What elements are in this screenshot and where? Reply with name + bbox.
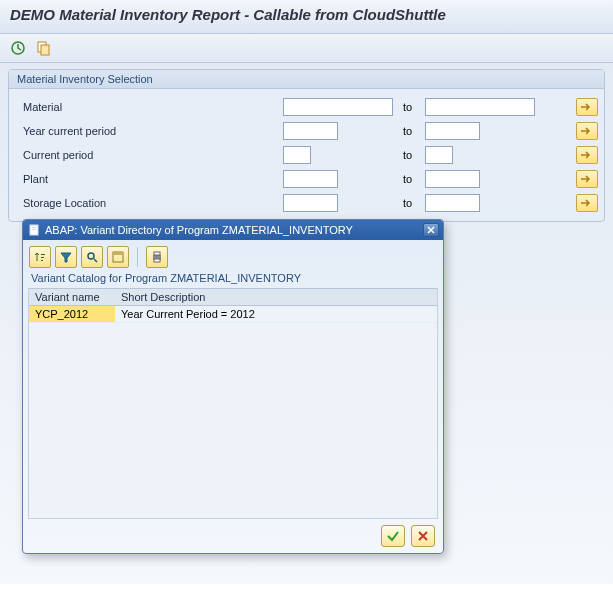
svg-rect-14 <box>154 259 160 262</box>
from-input[interactable] <box>283 146 311 164</box>
svg-rect-5 <box>32 229 36 230</box>
to-label: to <box>397 197 425 209</box>
cell-short-desc[interactable]: Year Current Period = 2012 <box>115 306 437 323</box>
multiple-selection-button[interactable] <box>576 98 598 116</box>
selection-row: Plantto <box>15 167 598 191</box>
find-button[interactable] <box>81 246 103 268</box>
to-input[interactable] <box>425 98 535 116</box>
col-short-desc[interactable]: Short Description <box>115 289 437 306</box>
col-variant-name[interactable]: Variant name <box>29 289 115 306</box>
multiple-selection-button[interactable] <box>576 122 598 140</box>
svg-rect-11 <box>113 252 123 255</box>
page-title: DEMO Material Inventory Report - Callabl… <box>10 6 446 23</box>
to-label: to <box>397 125 425 137</box>
field-label: Year current period <box>15 125 283 137</box>
variant-table[interactable]: Variant name Short Description YCP_2012Y… <box>29 288 437 323</box>
toolbar-separator <box>137 247 138 267</box>
from-input[interactable] <box>283 122 338 140</box>
dialog-heading: Variant Catalog for Program ZMATERIAL_IN… <box>23 272 443 288</box>
to-input[interactable] <box>425 146 453 164</box>
multiple-selection-button[interactable] <box>576 170 598 188</box>
to-input[interactable] <box>425 194 480 212</box>
title-bar: DEMO Material Inventory Report - Callabl… <box>0 0 613 34</box>
dialog-close-button[interactable] <box>423 223 439 237</box>
to-input[interactable] <box>425 170 480 188</box>
execute-button[interactable] <box>8 38 28 58</box>
svg-rect-8 <box>41 260 43 261</box>
dialog-title: ABAP: Variant Directory of Program ZMATE… <box>45 224 353 236</box>
filter-button[interactable] <box>55 246 77 268</box>
dialog-footer <box>23 519 443 553</box>
app-toolbar <box>0 34 613 63</box>
selection-group-title: Material Inventory Selection <box>9 70 604 89</box>
to-label: to <box>397 101 425 113</box>
field-label: Current period <box>15 149 283 161</box>
from-input[interactable] <box>283 194 338 212</box>
selection-row: Storage Locationto <box>15 191 598 215</box>
to-label: to <box>397 149 425 161</box>
svg-rect-13 <box>154 252 160 255</box>
from-input[interactable] <box>283 170 338 188</box>
svg-rect-2 <box>41 45 49 55</box>
dialog-body: Variant name Short Description YCP_2012Y… <box>28 288 438 519</box>
svg-rect-6 <box>41 254 45 255</box>
document-icon <box>29 224 41 236</box>
cell-variant-name[interactable]: YCP_2012 <box>29 306 115 323</box>
variant-dialog: ABAP: Variant Directory of Program ZMATE… <box>22 219 444 554</box>
dialog-toolbar <box>23 240 443 272</box>
field-label: Plant <box>15 173 283 185</box>
variants-button[interactable] <box>34 38 54 58</box>
cancel-button[interactable] <box>411 525 435 547</box>
to-label: to <box>397 173 425 185</box>
selection-row: Current periodto <box>15 143 598 167</box>
sort-button[interactable] <box>29 246 51 268</box>
svg-rect-4 <box>32 227 36 228</box>
layout-button[interactable] <box>107 246 129 268</box>
multiple-selection-button[interactable] <box>576 146 598 164</box>
table-row[interactable]: YCP_2012Year Current Period = 2012 <box>29 306 437 323</box>
selection-row: Year current periodto <box>15 119 598 143</box>
to-input[interactable] <box>425 122 480 140</box>
selection-group: Material Inventory Selection MaterialtoY… <box>8 69 605 222</box>
multiple-selection-button[interactable] <box>576 194 598 212</box>
field-label: Storage Location <box>15 197 283 209</box>
ok-button[interactable] <box>381 525 405 547</box>
field-label: Material <box>15 101 283 113</box>
dialog-titlebar[interactable]: ABAP: Variant Directory of Program ZMATE… <box>23 220 443 240</box>
from-input[interactable] <box>283 98 393 116</box>
print-button[interactable] <box>146 246 168 268</box>
svg-point-9 <box>88 253 94 259</box>
svg-rect-7 <box>41 257 44 258</box>
selection-row: Materialto <box>15 95 598 119</box>
